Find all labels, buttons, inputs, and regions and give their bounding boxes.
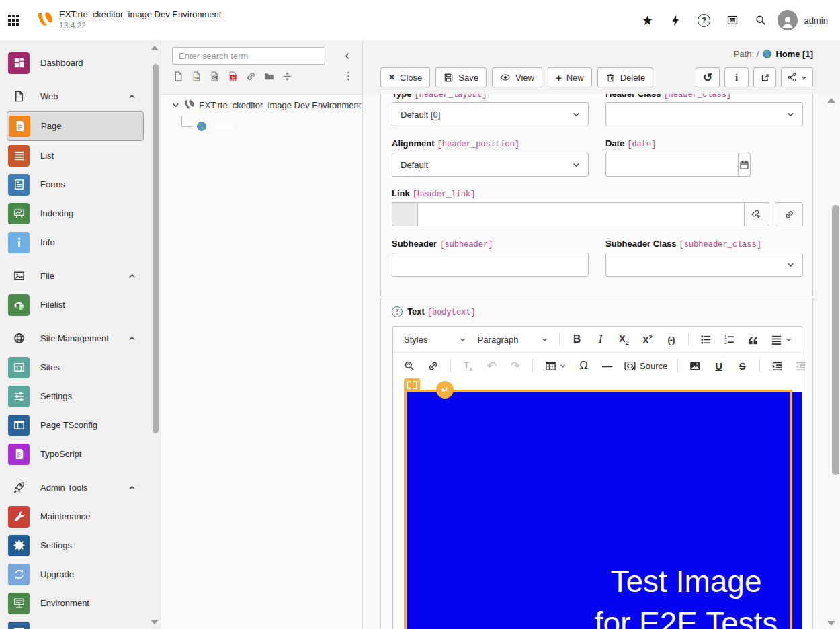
clear-cache-button[interactable] [665,9,687,32]
link-browser-button[interactable] [745,202,769,226]
content-scrollbar-thumb[interactable] [832,205,839,475]
numbered-list-button[interactable] [718,330,741,349]
kebab-menu-icon[interactable]: ⋮ [343,70,353,82]
new-button[interactable]: + New [548,67,592,87]
link-button[interactable] [422,356,444,375]
sidebar-section-web[interactable]: Web [7,82,144,111]
superscript-button[interactable]: X2 [636,330,659,349]
chevron-up-icon [128,272,136,280]
styles-dropdown[interactable]: Styles [398,330,471,349]
shield-window-icon [8,622,30,629]
link-picker-button[interactable] [775,202,803,226]
new-backend-user-section-icon[interactable] [190,70,202,82]
alignment-select[interactable]: Default [392,153,589,177]
block-quote-button[interactable] [742,330,764,349]
bookmarks-button[interactable]: ★ [636,9,659,32]
search-button[interactable] [749,9,772,32]
sidebar-item-info[interactable]: Info [7,228,144,257]
redo-button[interactable]: ↷ [504,356,526,375]
source-button[interactable]: Source [620,356,671,375]
outdent-button[interactable] [790,356,812,375]
text-alignment-dropdown[interactable] [765,330,796,349]
sidebar-item-maintenance[interactable]: Maintenance [7,502,144,531]
systeminfo-button[interactable] [721,9,744,32]
horizontal-line-button[interactable]: — [596,356,618,375]
new-folder-icon[interactable] [263,70,275,82]
date-picker-button[interactable] [739,153,751,177]
sidebar-item-site-settings[interactable]: Settings [7,382,144,411]
special-characters-button[interactable]: Ω [573,356,595,375]
insert-image-button[interactable] [684,356,706,375]
star-icon: ★ [642,13,653,28]
soft-hyphen-icon: (-) [668,335,675,345]
sidebar-item-list[interactable]: List [7,141,144,170]
sidebar-item-environment[interactable]: Environment [7,589,144,618]
header-class-select[interactable] [605,102,803,126]
underline-button[interactable]: U [708,356,730,375]
sidebar-item-admin-settings[interactable]: Settings [7,531,144,560]
undo-button[interactable]: ↶ [480,356,503,375]
remove-format-button[interactable]: Tx [457,356,479,375]
new-separator-icon[interactable] [281,70,293,82]
bold-button[interactable]: B [566,330,588,349]
new-shortcut-page-icon[interactable] [208,70,220,82]
share-button[interactable] [781,67,813,87]
modules-grid-button[interactable] [0,7,27,34]
date-input[interactable] [605,153,739,177]
view-button[interactable]: View [492,67,542,87]
sidebar-item-content-security-policy[interactable]: Content Security Policy [7,618,144,629]
insert-paragraph-button[interactable]: ↵ [436,381,454,399]
undo-icon: ↶ [487,359,496,373]
indent-button[interactable] [766,356,788,375]
sidebar-item-upgrade[interactable]: Upgrade [7,560,144,589]
soft-hyphen-button[interactable]: (-) [660,330,682,349]
subheader-input[interactable] [392,253,588,276]
sidebar-item-page-tsconfig[interactable]: Page TSconfig [7,411,144,439]
tree-node-home[interactable]: Home [161,116,362,136]
history-button[interactable]: ↺ [696,67,720,87]
sidebar-item-page[interactable]: Page [7,111,144,141]
open-new-window-button[interactable] [753,67,776,87]
link-input[interactable] [417,202,745,226]
paragraph-dropdown[interactable]: Paragraph [472,330,553,349]
sidebar-item-indexing[interactable]: Indexing [7,199,144,228]
user-menu[interactable]: admin [778,10,828,30]
sidebar-scroll-up[interactable] [151,46,159,50]
close-button[interactable]: ✕ Close [380,67,430,87]
save-button[interactable]: Save [435,67,487,87]
sidebar-item-typoscript[interactable]: TypoScript [7,439,144,468]
insert-table-dropdown[interactable] [539,356,571,375]
italic-button[interactable]: I [589,330,612,349]
sidebar-item-forms[interactable]: Forms [7,170,144,199]
test-image[interactable]: Test Image for E2E Tests [407,392,802,629]
sidebar-item-sites[interactable]: Sites [7,353,144,382]
subheader-class-select[interactable] [605,253,803,277]
help-button[interactable]: ? [693,9,716,32]
sidebar-item-filelist[interactable]: Filelist [7,290,144,319]
document-icon [8,86,30,108]
new-link-icon[interactable] [245,70,257,82]
sidebar-section-file[interactable]: File [7,261,144,290]
new-external-link-page-icon[interactable] [226,70,239,82]
sidebar-item-dashboard[interactable]: Dashboard [7,48,144,77]
content-scroll-up[interactable] [827,98,835,103]
strikethrough-button[interactable]: S [731,356,753,375]
sidebar-scrollbar-thumb[interactable] [153,64,159,433]
subscript-button[interactable]: X2 [613,330,635,349]
bulleted-list-button[interactable] [695,330,717,349]
sidebar-scroll-down[interactable] [151,620,159,624]
sidebar-section-site-management[interactable]: Site Management [7,324,144,353]
collapse-tree-button[interactable] [339,48,354,63]
editor-content[interactable]: Test Image for E2E Tests ↵ [393,378,802,629]
sidebar-section-admin-tools[interactable]: Admin Tools [7,473,144,502]
new-page-icon[interactable] [172,70,184,82]
tree-node-root[interactable]: EXT:rte_ckeditor_image Dev Environment [161,95,362,116]
type-select[interactable]: Default [0] [392,102,589,126]
tree-search-input[interactable] [172,47,325,65]
find-replace-button[interactable] [398,356,421,375]
widget-drag-handle[interactable] [404,378,420,391]
content-scroll-down[interactable] [827,621,835,626]
delete-button[interactable]: Delete [597,67,654,87]
page-info-button[interactable]: i [724,67,749,87]
button-label: Save [458,73,478,83]
